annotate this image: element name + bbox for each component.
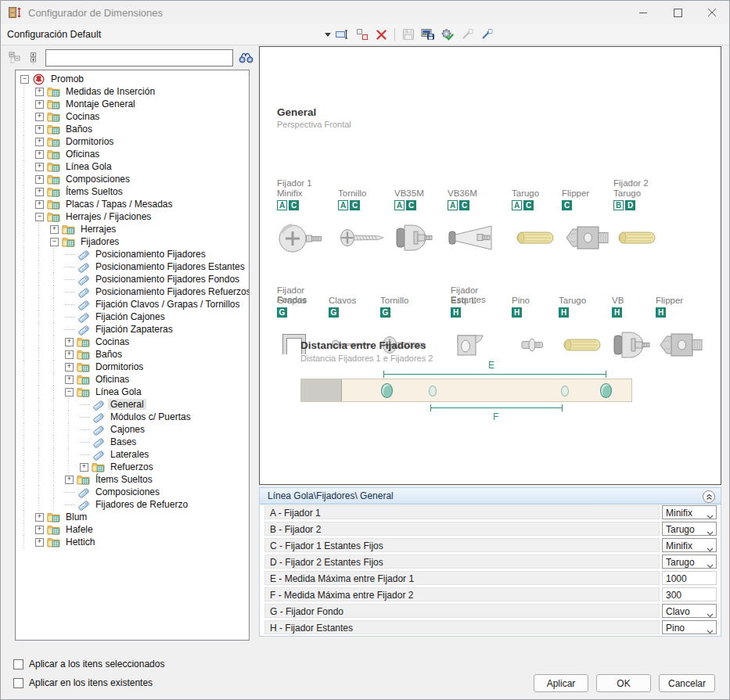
expand-toggle-icon[interactable]: + xyxy=(35,150,44,159)
configuration-selector[interactable]: Configuración Default xyxy=(1,26,333,43)
expand-toggle-icon[interactable]: + xyxy=(35,538,44,547)
expand-toggle-icon[interactable]: + xyxy=(35,163,44,171)
tree-item-posicionamiento-fijadores[interactable]: Posicionamiento Fijadores xyxy=(16,248,249,260)
tree-item-cocinas[interactable]: +Cocinas xyxy=(16,110,249,123)
tree-item-promob[interactable]: −Promob xyxy=(16,73,249,85)
expand-toggle-icon[interactable]: + xyxy=(35,125,44,134)
expand-toggle-icon[interactable]: + xyxy=(35,113,44,121)
expand-toggle-icon[interactable]: + xyxy=(35,175,44,184)
property-label: A - Fijador 1 xyxy=(264,505,660,519)
folder-icon xyxy=(77,374,90,386)
minimize-button[interactable] xyxy=(626,1,660,24)
checkbox-label: Aplicar en los itens existentes xyxy=(29,677,153,688)
ok-button[interactable]: OK xyxy=(596,674,651,692)
collapse-all-icon[interactable] xyxy=(7,50,23,66)
property-value-dropdown[interactable]: Tarugo xyxy=(662,522,717,536)
tree-item-cajones[interactable]: Cajones xyxy=(16,423,249,436)
property-value-dropdown[interactable]: Minifix xyxy=(662,505,717,519)
property-value-input[interactable]: 300 xyxy=(662,587,717,601)
property-value-input[interactable]: 1000 xyxy=(662,571,717,585)
collapse-toggle-icon[interactable]: − xyxy=(50,238,59,246)
save-icon[interactable] xyxy=(398,26,418,43)
save-config-icon[interactable]: ka xyxy=(418,26,437,43)
collapse-section-icon[interactable] xyxy=(703,490,715,503)
tree-item-ba-os[interactable]: +Baños xyxy=(16,348,249,361)
expand-toggle-icon[interactable]: + xyxy=(35,526,44,534)
expand-toggle-icon[interactable]: + xyxy=(35,188,44,196)
expand-toggle-icon[interactable]: + xyxy=(65,350,74,359)
expand-toggle-icon[interactable]: + xyxy=(65,476,74,484)
tree-item-montaje-general[interactable]: +Montaje General xyxy=(16,98,249,110)
tree-item-bases[interactable]: Bases xyxy=(16,436,249,448)
link-icon[interactable] xyxy=(476,26,496,43)
tree-item-hafele[interactable]: +Hafele xyxy=(16,523,249,536)
collapse-toggle-icon[interactable]: − xyxy=(35,213,44,221)
expand-toggle-icon[interactable]: + xyxy=(35,200,44,209)
checkbox-aplicar-seleccionados[interactable]: Aplicar a los itens seleccionados xyxy=(13,658,164,670)
property-grid-header[interactable]: Línea Gola\Fijadores\ General xyxy=(260,488,721,504)
property-value-dropdown[interactable]: Minifix xyxy=(662,538,717,552)
expand-toggle-icon[interactable]: + xyxy=(35,88,44,96)
tree-item-tems-sueltos[interactable]: +Ítems Sueltos xyxy=(16,185,249,198)
tree-item-hettich[interactable]: +Hettich xyxy=(16,536,249,548)
tree-item-fijaci-n-clavos-grapas-tornillos[interactable]: Fijación Clavos / Grapas / Tornillos xyxy=(16,298,249,311)
tree-item-fijaci-n-cajones[interactable]: Fijación Cajones xyxy=(16,311,249,323)
expand-toggle-icon[interactable]: + xyxy=(35,513,44,522)
tree-item-m-dulos-c-puertas[interactable]: Módulos c/ Puertas xyxy=(16,411,249,423)
tree-item-placas-tapas-mesadas[interactable]: +Placas / Tapas / Mesadas xyxy=(16,198,249,210)
tree-item-fijaci-n-zapateras[interactable]: Fijación Zapateras xyxy=(16,323,249,336)
checkbox-box[interactable] xyxy=(13,678,23,688)
fastener-caption xyxy=(338,178,397,188)
tree-item-fijadores-de-refuerzo[interactable]: Fijadores de Refuerzo xyxy=(16,498,249,511)
tree-item-herrajes[interactable]: +Herrajes xyxy=(16,223,249,235)
delete-config-icon[interactable] xyxy=(372,26,391,43)
tree-item-refuerzos[interactable]: +Refuerzos xyxy=(16,461,249,473)
tree-item-tems-sueltos[interactable]: +Ítems Sueltos xyxy=(16,473,249,486)
aplicar-button[interactable]: Aplicar xyxy=(534,674,588,692)
tree-search-input[interactable] xyxy=(45,49,233,66)
expand-toggle-icon[interactable]: + xyxy=(65,375,74,384)
tree-connector xyxy=(65,278,75,280)
tree-item-l-nea-gola[interactable]: +Línea Gola xyxy=(16,160,249,173)
tree-item-l-nea-gola[interactable]: −Línea Gola xyxy=(16,386,249,398)
tree-item-oficinas[interactable]: +Oficinas xyxy=(16,148,249,160)
apply-config-icon[interactable] xyxy=(437,26,457,43)
expand-toggle-icon[interactable]: + xyxy=(35,100,44,109)
tree-item-oficinas[interactable]: +Oficinas xyxy=(16,373,249,386)
tree-item-laterales[interactable]: Laterales xyxy=(16,448,249,461)
cancelar-button[interactable]: Cancelar xyxy=(659,674,715,692)
tree-item-cocinas[interactable]: +Cocinas xyxy=(16,336,249,348)
tree-item-blum[interactable]: +Blum xyxy=(16,511,249,523)
property-value-dropdown[interactable]: Tarugo xyxy=(662,555,717,569)
property-value-dropdown[interactable]: Pino xyxy=(662,620,717,634)
tree-item-medidas-de-inserci-n[interactable]: +Medidas de Inserción xyxy=(16,85,249,98)
tree-item-fijadores[interactable]: −Fijadores xyxy=(16,235,249,248)
property-value-dropdown[interactable]: Clavo xyxy=(662,604,717,618)
expand-toggle-icon[interactable]: + xyxy=(35,138,44,146)
expand-toggle-icon[interactable]: + xyxy=(65,363,74,372)
checkbox-aplicar-existentes[interactable]: Aplicar en los itens existentes xyxy=(13,677,153,689)
expand-all-icon[interactable] xyxy=(25,50,41,66)
expand-toggle-icon[interactable]: + xyxy=(65,338,74,346)
link-disabled-icon[interactable] xyxy=(457,26,476,43)
edit-name-icon[interactable] xyxy=(333,26,352,43)
expand-toggle-icon[interactable]: + xyxy=(50,225,59,234)
tree-item-composiciones[interactable]: Composiciones xyxy=(16,486,249,498)
expand-toggle-icon[interactable]: + xyxy=(80,463,88,472)
tree-item-dormitorios[interactable]: +Dormitorios xyxy=(16,361,249,373)
collapse-toggle-icon[interactable]: − xyxy=(65,388,74,397)
maximize-button[interactable] xyxy=(660,1,695,24)
binoculars-icon[interactable] xyxy=(237,50,254,66)
tree-item-composiciones[interactable]: +Composiciones xyxy=(16,173,249,185)
tree-item-posicionamiento-fijadores-refuerzos[interactable]: Posicionamiento Fijadores Refuerzos xyxy=(16,285,249,298)
tree-item-ba-os[interactable]: +Baños xyxy=(16,123,249,135)
tree-item-dormitorios[interactable]: +Dormitorios xyxy=(16,135,249,148)
tree-item-posicionamiento-fijadores-estantes[interactable]: Posicionamiento Fijadores Estantes xyxy=(16,260,249,273)
duplicate-config-icon[interactable] xyxy=(352,26,372,43)
tree-item-herrajes-fijaciones[interactable]: −Herrajes / Fijaciones xyxy=(16,210,249,223)
checkbox-box[interactable] xyxy=(13,659,23,669)
close-button[interactable] xyxy=(695,1,729,24)
tree-item-general[interactable]: General xyxy=(16,398,249,411)
collapse-toggle-icon[interactable]: − xyxy=(20,75,29,84)
tree-item-posicionamiento-fijadores-fondos[interactable]: Posicionamiento Fijadores Fondos xyxy=(16,273,249,285)
